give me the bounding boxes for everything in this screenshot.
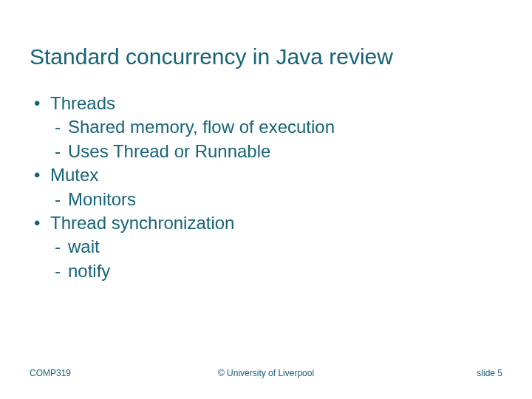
bullet-label: Threads — [50, 92, 502, 115]
footer-left: COMP319 — [30, 368, 71, 378]
sub-label: Monitors — [68, 188, 502, 211]
bullet-item: • Mutex — [30, 163, 502, 187]
dash-icon: - — [55, 115, 68, 139]
bullet-item: • Threads — [30, 92, 502, 115]
bullet-label: Thread synchronization — [50, 211, 502, 235]
bullet-label: Mutex — [50, 163, 502, 187]
dash-icon: - — [55, 235, 68, 259]
sub-item: - notify — [30, 259, 502, 283]
sub-item: - Monitors — [30, 188, 502, 211]
dash-icon: - — [55, 140, 68, 163]
dash-icon: - — [55, 188, 68, 211]
bullet-dot-icon: • — [30, 163, 50, 187]
sub-item: - Shared memory, flow of execution — [30, 115, 502, 139]
slide-footer: COMP319 © University of Liverpool slide … — [0, 368, 532, 378]
bullet-item: • Thread synchronization — [30, 211, 502, 235]
sub-label: Uses Thread or Runnable — [68, 140, 502, 163]
bullet-dot-icon: • — [30, 92, 50, 115]
footer-center: © University of Liverpool — [218, 368, 314, 378]
dash-icon: - — [55, 259, 68, 283]
footer-right: slide 5 — [477, 368, 502, 378]
slide-content: • Threads - Shared memory, flow of execu… — [30, 92, 502, 283]
sub-label: Shared memory, flow of execution — [68, 115, 502, 139]
sub-item: - Uses Thread or Runnable — [30, 140, 502, 163]
sub-label: notify — [68, 259, 502, 283]
slide: Standard concurrency in Java review • Th… — [0, 0, 532, 399]
sub-label: wait — [68, 235, 502, 259]
bullet-dot-icon: • — [30, 211, 50, 235]
slide-title: Standard concurrency in Java review — [30, 44, 502, 69]
sub-item: - wait — [30, 235, 502, 259]
